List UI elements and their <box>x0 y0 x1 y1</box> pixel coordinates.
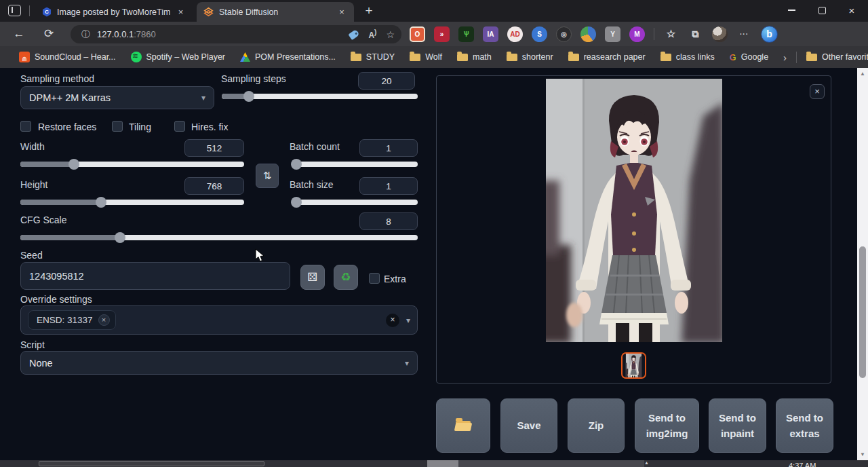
folder-icon <box>351 54 361 61</box>
add-favorite-star-icon[interactable]: ☆ <box>386 29 395 40</box>
vertical-scrollbar[interactable]: ▲ ▼ <box>857 68 868 460</box>
bookmark-folder-shortenr[interactable]: shortenr <box>507 52 553 62</box>
ad-blocker-extension-icon[interactable]: AD <box>507 26 523 42</box>
globe-extension-icon[interactable] <box>580 26 596 42</box>
bing-chat-icon[interactable]: b <box>761 26 778 43</box>
bookmark-folder-math[interactable]: math <box>457 52 492 62</box>
browser-tab-1[interactable]: C Image posted by TwoMoreTimes × <box>35 2 193 22</box>
bookmark-soundcloud[interactable]: ⋒SoundCloud – Hear... <box>19 52 116 62</box>
sampling-steps-slider[interactable] <box>222 94 418 99</box>
taskbar-tray-chevron-icon[interactable]: ▲ <box>644 460 649 465</box>
hires-fix-checkbox[interactable] <box>174 121 185 132</box>
width-slider[interactable] <box>20 162 244 167</box>
tab-close-icon[interactable]: × <box>176 7 186 18</box>
cfg-scale-input[interactable] <box>359 212 418 230</box>
bookmarks-overflow-chevron[interactable]: › <box>783 52 787 63</box>
scroll-up-icon[interactable]: ▲ <box>857 71 868 77</box>
batch-count-input[interactable] <box>359 139 418 157</box>
scrollbar-thumb[interactable] <box>859 246 866 378</box>
toolbar-divider <box>654 28 654 40</box>
random-seed-button[interactable]: ⚄ <box>300 265 325 290</box>
zip-button[interactable]: Zip <box>568 398 625 453</box>
address-bar[interactable]: ⓘ 127.0.0.1:7860 A) ☆ <box>71 25 401 43</box>
tab-actions-menu-icon[interactable] <box>8 5 21 16</box>
slider-handle[interactable] <box>291 197 302 208</box>
monster-extension-icon[interactable]: Ѱ <box>458 26 474 42</box>
slider-handle[interactable] <box>115 232 125 243</box>
window-restore-button[interactable] <box>807 0 837 20</box>
scroll-down-icon[interactable]: ▼ <box>857 451 868 457</box>
swap-width-height-button[interactable]: ⇅ <box>256 164 279 188</box>
reuse-seed-button[interactable]: ♻ <box>334 265 358 290</box>
refresh-icon[interactable]: ⟳ <box>39 24 58 43</box>
slider-handle[interactable] <box>243 91 254 102</box>
send-to-extras-button[interactable]: Send to extras <box>776 398 833 453</box>
bookmark-folder-classlinks[interactable]: class links <box>660 52 715 62</box>
chevron-down-icon[interactable]: ▾ <box>406 316 410 325</box>
o-extension-icon[interactable]: O <box>410 26 425 42</box>
chevron-down-icon: ▾ <box>201 93 205 102</box>
ia-extension-icon[interactable]: IA <box>483 26 498 42</box>
taskbar-app-segment[interactable] <box>427 460 458 467</box>
tiling-checkbox[interactable] <box>112 121 123 132</box>
batch-count-slider[interactable] <box>292 162 418 167</box>
y-combinator-extension-icon[interactable]: Y <box>605 26 620 42</box>
settings-ellipsis-icon[interactable]: ··· <box>736 26 752 42</box>
sampling-method-dropdown[interactable]: DPM++ 2M Karras ▾ <box>20 86 214 109</box>
shopping-tag-icon[interactable] <box>349 29 360 39</box>
read-aloud-icon[interactable]: A) <box>368 29 376 40</box>
site-info-icon[interactable]: ⓘ <box>81 29 90 41</box>
bookmark-other-favorites[interactable]: Other favorites <box>806 52 868 62</box>
slider-handle[interactable] <box>291 159 302 170</box>
batch-size-slider[interactable] <box>292 200 418 205</box>
collections-icon[interactable]: ⧉ <box>688 26 703 42</box>
fast-forward-extension-icon[interactable]: » <box>434 26 450 42</box>
restore-faces-checkbox[interactable] <box>20 121 31 132</box>
sampling-steps-input[interactable] <box>358 72 415 90</box>
window-minimize-button[interactable] <box>776 0 806 20</box>
bookmark-drive[interactable]: POM Presentations... <box>240 52 336 62</box>
close-gallery-icon[interactable]: × <box>810 84 825 99</box>
height-input[interactable] <box>184 177 244 195</box>
tab-title: Image posted by TwoMoreTimes <box>57 7 170 17</box>
hires-fix-label: Hires. fix <box>191 122 228 132</box>
bookmark-folder-study[interactable]: STUDY <box>351 52 395 62</box>
save-button[interactable]: Save <box>500 398 557 453</box>
send-to-inpaint-button[interactable]: Send to inpaint <box>709 398 766 453</box>
chip-remove-icon[interactable]: × <box>98 314 110 326</box>
shazam-extension-icon[interactable]: S <box>532 26 547 42</box>
clear-all-icon[interactable]: × <box>386 314 399 327</box>
send-to-img2img-button[interactable]: Send to img2img <box>635 398 699 453</box>
slider-handle[interactable] <box>96 197 106 208</box>
tab-close-icon[interactable]: × <box>336 7 347 18</box>
favorites-list-icon[interactable]: ☆ <box>663 26 679 42</box>
height-slider[interactable] <box>20 200 244 205</box>
taskbar-app-strip[interactable] <box>458 460 644 467</box>
profile-avatar[interactable] <box>712 26 728 42</box>
folder-icon <box>410 54 420 61</box>
taskbar-search-box[interactable] <box>39 461 264 466</box>
map-pin-extension-icon[interactable]: ◎ <box>556 26 572 42</box>
browser-tab-2-active[interactable]: Stable Diffusion × <box>197 2 354 22</box>
bookmark-spotify[interactable]: Spotify – Web Player <box>131 52 226 62</box>
width-input[interactable] <box>184 139 244 157</box>
window-close-button[interactable]: × <box>837 0 867 20</box>
bookmark-google[interactable]: GGoogle <box>730 52 768 62</box>
new-tab-button[interactable]: + <box>361 3 377 19</box>
bookmark-folder-wolf[interactable]: Wolf <box>410 52 442 62</box>
seed-input[interactable] <box>20 262 290 290</box>
back-icon[interactable]: ← <box>9 24 28 43</box>
batch-size-input[interactable] <box>359 177 418 195</box>
cfg-scale-slider[interactable] <box>20 235 418 240</box>
override-settings-field[interactable]: ENSD: 31337 × × ▾ <box>20 305 418 335</box>
slider-handle[interactable] <box>68 159 79 170</box>
override-chip-ensd[interactable]: ENSD: 31337 × <box>28 310 116 330</box>
extra-seed-checkbox[interactable] <box>369 273 380 284</box>
taskbar-clock[interactable]: 4:37 AM <box>789 462 816 467</box>
script-dropdown[interactable]: None ▾ <box>20 351 418 375</box>
medium-extension-icon[interactable]: M <box>629 26 645 42</box>
open-folder-button[interactable] <box>436 398 490 453</box>
generated-image[interactable] <box>546 79 722 342</box>
bookmark-folder-research[interactable]: reasearch paper <box>568 52 646 62</box>
gallery-thumbnail-selected[interactable] <box>621 352 646 379</box>
